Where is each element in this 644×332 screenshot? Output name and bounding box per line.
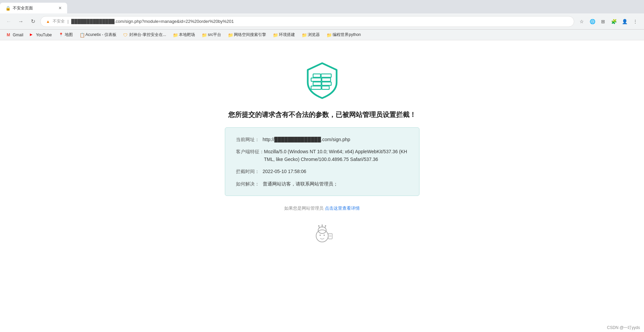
mascot-icon bbox=[310, 221, 334, 244]
menu-button[interactable]: ⋮ bbox=[631, 17, 640, 26]
tab-favicon: 🔒 bbox=[5, 6, 10, 10]
bookmark-gmail[interactable]: M Gmail bbox=[4, 32, 26, 38]
wangluo-icon: 📁 bbox=[228, 33, 233, 37]
bookmark-youtube[interactable]: ▶ YouTube bbox=[27, 32, 54, 38]
svg-point-8 bbox=[316, 230, 328, 242]
profile-button[interactable]: 👤 bbox=[620, 17, 629, 26]
page-content: 您所提交的请求含有不合法的参数，已被网站管理员设置拦截！ 当前网址： http:… bbox=[0, 40, 644, 332]
bookmark-acunetix[interactable]: 📋 Acunetix - 仪表板 bbox=[77, 31, 119, 38]
youtube-icon: ▶ bbox=[30, 33, 35, 37]
svg-rect-3 bbox=[322, 78, 331, 81]
tab-close-button[interactable]: ✕ bbox=[58, 6, 62, 10]
current-url-label: 当前网址： bbox=[236, 136, 263, 143]
liulanqi-icon: 📁 bbox=[302, 33, 306, 37]
firewall-shield-icon bbox=[304, 60, 341, 101]
svg-rect-7 bbox=[322, 86, 329, 89]
address-bar[interactable]: ▲ 不安全 | ██████████████.com/sign.php?modu… bbox=[40, 16, 574, 27]
svg-rect-0 bbox=[313, 74, 320, 77]
bookmark-bendi[interactable]: 📁 本地靶场 bbox=[170, 31, 198, 38]
bookmark-acunetix-label: Acunetix - 仪表板 bbox=[86, 32, 117, 38]
shield-icon-wrapper bbox=[304, 60, 341, 102]
bottom-bar: CSDN @一叮yyds bbox=[603, 324, 644, 332]
bottom-bar-text: CSDN @一叮yyds bbox=[607, 325, 640, 330]
biancheng-icon: 📁 bbox=[327, 33, 331, 37]
ua-value: Mozilla/5.0 (Windows NT 10.0; Win64; x64… bbox=[264, 148, 408, 163]
bookmark-star-button[interactable]: ☆ bbox=[577, 17, 586, 26]
bookmark-maps[interactable]: 📍 地图 bbox=[56, 31, 76, 38]
src-icon: 📁 bbox=[202, 33, 206, 37]
block-time-label: 拦截时间： bbox=[236, 168, 263, 175]
toolbar-icons: ☆ 🌐 ⊞ 🧩 👤 ⋮ bbox=[577, 17, 640, 26]
back-button[interactable]: ← bbox=[4, 17, 13, 26]
admin-link[interactable]: 点击这里查看详情 bbox=[325, 206, 360, 211]
extensions-button[interactable]: 🧩 bbox=[609, 17, 618, 26]
svg-point-13 bbox=[318, 225, 319, 226]
tab-bar: 🔒 不安全页面 ✕ bbox=[0, 0, 644, 13]
ua-label: 客户端特征： bbox=[236, 148, 264, 163]
not-secure-label: 不安全 bbox=[53, 18, 65, 24]
svg-point-15 bbox=[325, 225, 326, 226]
how-value: 普通网站访客，请联系网站管理员； bbox=[263, 180, 408, 188]
bookmark-youtube-label: YouTube bbox=[36, 33, 52, 37]
info-row-ua: 客户端特征： Mozilla/5.0 (Windows NT 10.0; Win… bbox=[236, 148, 408, 163]
block-time-value: 2022-05-10 17:58:06 bbox=[263, 168, 408, 175]
svg-rect-6 bbox=[311, 86, 321, 89]
svg-rect-1 bbox=[321, 74, 331, 77]
browser-chrome: 🔒 不安全页面 ✕ ← → ↻ ▲ 不安全 | ██████████████.c… bbox=[0, 0, 644, 40]
info-row-url: 当前网址： http://██████████████.com/sign.php bbox=[236, 136, 408, 143]
svg-rect-5 bbox=[322, 82, 331, 85]
bookmark-fenshen-label: 封神台-掌控安全在... bbox=[129, 32, 166, 38]
bookmark-wangluo-label: 网络空间搜索引擎 bbox=[234, 32, 266, 38]
refresh-button[interactable]: ↻ bbox=[28, 17, 38, 26]
how-label: 如何解决： bbox=[236, 180, 263, 188]
bookmark-biancheng-label: 编程世界python bbox=[333, 32, 361, 38]
bookmark-gmail-label: Gmail bbox=[13, 33, 23, 37]
info-box: 当前网址： http://██████████████.com/sign.php… bbox=[225, 127, 419, 196]
huanjing-icon: 📁 bbox=[273, 33, 278, 37]
bookmark-src[interactable]: 📁 src平台 bbox=[199, 31, 224, 38]
svg-point-16 bbox=[319, 235, 321, 236]
admin-text: 如果您是网站管理员 bbox=[284, 206, 324, 211]
tab-title: 不安全页面 bbox=[13, 5, 33, 11]
svg-rect-4 bbox=[313, 82, 321, 85]
bookmark-wangluo[interactable]: 📁 网络空间搜索引擎 bbox=[225, 31, 269, 38]
forward-button[interactable]: → bbox=[16, 17, 26, 26]
gmail-icon: M bbox=[7, 33, 11, 37]
bendi-icon: 📁 bbox=[173, 33, 178, 37]
block-title: 您所提交的请求含有不合法的参数，已被网站管理员设置拦截！ bbox=[228, 110, 416, 119]
bookmark-huanjing-label: 环境搭建 bbox=[279, 32, 295, 38]
address-bar-row: ← → ↻ ▲ 不安全 | ██████████████.com/sign.ph… bbox=[0, 13, 644, 30]
maps-icon: 📍 bbox=[59, 33, 63, 37]
info-row-how: 如何解决： 普通网站访客，请联系网站管理员； bbox=[236, 180, 408, 188]
mascot-area bbox=[310, 221, 334, 244]
fenshen-icon: 🛡 bbox=[123, 33, 128, 37]
bookmark-maps-label: 地图 bbox=[65, 32, 73, 38]
svg-point-14 bbox=[321, 224, 323, 226]
bookmark-src-label: src平台 bbox=[208, 32, 221, 38]
translate-button[interactable]: ⊞ bbox=[598, 17, 608, 26]
current-url-value: http://██████████████.com/sign.php bbox=[263, 136, 408, 143]
globe-icon-button[interactable]: 🌐 bbox=[588, 17, 597, 26]
bookmarks-bar: M Gmail ▶ YouTube 📍 地图 📋 Acunetix - 仪表板 … bbox=[0, 30, 644, 40]
security-warning-icon: ▲ bbox=[46, 19, 50, 24]
bookmark-huanjing[interactable]: 📁 环境搭建 bbox=[270, 31, 298, 38]
bookmark-bendi-label: 本地靶场 bbox=[179, 32, 195, 38]
svg-rect-18 bbox=[328, 234, 332, 239]
acunetix-icon: 📋 bbox=[80, 33, 84, 37]
bookmark-biancheng[interactable]: 📁 编程世界python bbox=[324, 31, 363, 38]
active-tab[interactable]: 🔒 不安全页面 ✕ bbox=[0, 3, 67, 13]
admin-link-row: 如果您是网站管理员 点击这里查看详情 bbox=[284, 205, 360, 211]
bookmark-fenshen[interactable]: 🛡 封神台-掌控安全在... bbox=[120, 31, 169, 38]
info-row-time: 拦截时间： 2022-05-10 17:58:06 bbox=[236, 168, 408, 175]
svg-point-17 bbox=[324, 235, 325, 236]
url-text: ██████████████.com/sign.php?module=manag… bbox=[71, 19, 234, 24]
svg-rect-2 bbox=[311, 78, 321, 81]
bookmark-liulanqi[interactable]: 📁 浏览器 bbox=[299, 31, 323, 38]
bookmark-liulanqi-label: 浏览器 bbox=[308, 32, 320, 38]
